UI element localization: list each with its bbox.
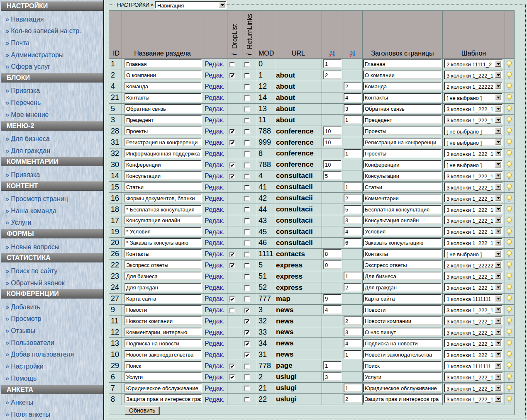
svg-text:Z: Z [329, 53, 332, 57]
svg-text:Z: Z [349, 53, 352, 57]
